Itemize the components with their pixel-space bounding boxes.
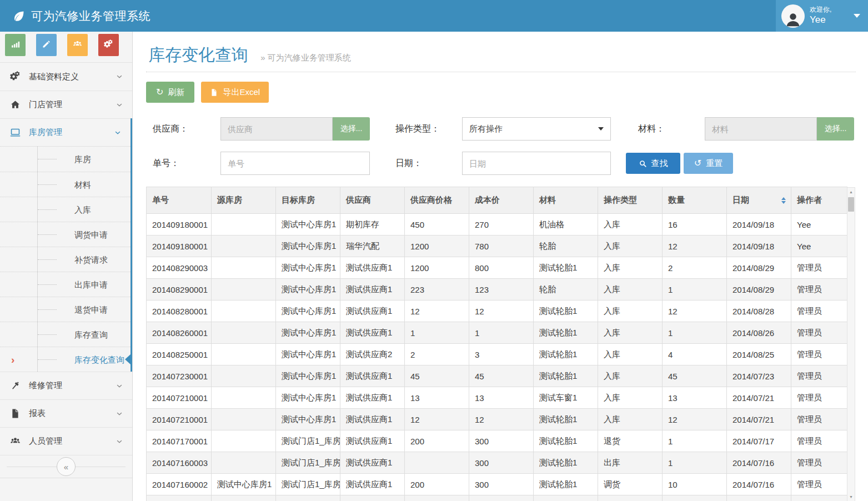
scrollbar-thumb[interactable]: [848, 197, 854, 212]
sidebar-subitem-label: 材料: [74, 180, 91, 189]
sidebar-item-4[interactable]: 维修管理: [0, 372, 132, 399]
table-row[interactable]: 201408280001测试中心库房1测试供应商11212测试轮胎1入库1220…: [147, 300, 847, 322]
sidebar-subitem[interactable]: ›库存变化查询: [0, 347, 131, 372]
sidebar-subitem[interactable]: 入库: [0, 197, 131, 222]
column-header-9[interactable]: 数量: [663, 187, 727, 214]
column-label: 操作类型: [604, 195, 637, 204]
column-header-8[interactable]: 操作类型: [598, 187, 663, 214]
table-row[interactable]: 201407230001测试中心库房1测试供应商14545测试轮胎1入库4520…: [147, 365, 847, 387]
table-cell: 1: [469, 322, 534, 344]
table-row[interactable]: 201407160003测试门店1_库房测试供应商1300测试轮胎1出库1201…: [147, 452, 847, 474]
sidebar-item-1[interactable]: 基础资料定义: [0, 63, 132, 91]
shortcut-users-button[interactable]: [67, 34, 88, 56]
column-header-11[interactable]: 操作者: [791, 187, 847, 214]
table-row[interactable]: 201407210001测试中心库房1测试供应商11313测试车窗1入库1320…: [147, 387, 847, 409]
export-excel-button[interactable]: 导出Excel: [201, 82, 269, 103]
column-header-4[interactable]: 供应商: [340, 187, 405, 214]
table-row[interactable]: 201407160002测试中心库房1测试门店1_库房测试供应商1200300测…: [147, 474, 847, 495]
table-cell: 3: [469, 344, 534, 365]
table-cell: 入库: [598, 344, 663, 365]
table-cell: 300: [469, 430, 534, 452]
table-cell: 入库: [598, 236, 663, 257]
column-header-5[interactable]: 供应商价格: [405, 187, 469, 214]
table-cell: 16: [663, 214, 727, 236]
column-header-10[interactable]: 日期: [727, 187, 791, 214]
sidebar-item-label: 门店管理: [29, 99, 116, 110]
table-scrollbar[interactable]: ▲ ▼: [847, 187, 855, 501]
table-cell: [663, 495, 727, 501]
refresh-button[interactable]: ↻ 刷新: [146, 82, 194, 103]
table-cell: [212, 387, 276, 409]
sidebar-item-2[interactable]: 门店管理: [0, 91, 132, 118]
scroll-up-icon[interactable]: ▲: [847, 188, 855, 196]
table-cell: 测试供应商1: [340, 365, 405, 387]
table-cell: 2014/07/16: [727, 452, 791, 474]
sidebar-subitem[interactable]: 调货申请: [0, 222, 131, 247]
column-header-7[interactable]: 材料: [534, 187, 598, 214]
column-label: 日期: [732, 195, 749, 204]
operation-select[interactable]: 所有操作: [462, 117, 611, 141]
table-cell: 201409180001: [147, 236, 212, 257]
order-input[interactable]: [220, 152, 370, 175]
sort-icon[interactable]: [781, 197, 786, 204]
table-row[interactable]: 201409180001测试中心库房1瑞华汽配1200780轮胎入库122014…: [147, 236, 847, 257]
shortcut-edit-button[interactable]: [36, 34, 57, 56]
refresh-icon: ↻: [156, 88, 163, 97]
gavel-icon: [10, 380, 22, 392]
table-cell: 200: [405, 474, 469, 495]
table-cell: 201407210001: [147, 387, 212, 409]
reset-button[interactable]: ↺ 重置: [684, 153, 733, 174]
table-cell: 201407170001: [147, 430, 212, 452]
table-row[interactable]: 201408290003测试中心库房1测试供应商11200800测试轮胎1入库2…: [147, 257, 847, 279]
shortcut-settings-button[interactable]: [98, 34, 119, 56]
column-header-3[interactable]: 目标库房: [276, 187, 340, 214]
bar-chart-icon: [11, 39, 20, 51]
sidebar-subitem[interactable]: 材料: [0, 172, 131, 197]
table-row[interactable]: 201407170001测试门店1_库房测试供应商1200300测试轮胎1退货1…: [147, 430, 847, 452]
sidebar-subitem[interactable]: 退货申请: [0, 297, 131, 322]
page-header: 库存变化查询 » 可为汽修业务管理系统: [146, 44, 856, 66]
table-cell: [212, 495, 276, 501]
table-cell: [212, 236, 276, 257]
table-cell: 轮胎: [534, 279, 598, 300]
table-cell: 2014/07/17: [727, 430, 791, 452]
sidebar-subitem[interactable]: 库存查询: [0, 322, 131, 347]
table-row[interactable]: 201408290001测试中心库房1测试供应商1223123轮胎入库12014…: [147, 279, 847, 300]
sidebar-group: 库房管理库房材料入库调货申请补货请求出库申请退货申请库存查询›库存变化查询: [0, 118, 132, 372]
supplier-select-button[interactable]: 选择...: [333, 117, 370, 141]
sidebar-item-3[interactable]: 库房管理: [0, 118, 131, 146]
table-cell: 201407160003: [147, 452, 212, 474]
table-cell: 测试中心库房1: [276, 387, 340, 409]
user-menu[interactable]: 欢迎你, Yee: [776, 0, 868, 32]
table-row[interactable]: 201409180001测试中心库房1期初库存450270机油格入库162014…: [147, 214, 847, 236]
table-cell: 管理员: [791, 452, 847, 474]
table-cell: 测试中心库房1: [212, 474, 276, 495]
sidebar-item-5[interactable]: 报表: [0, 399, 132, 427]
date-input[interactable]: [462, 152, 611, 175]
column-header-6[interactable]: 成本价: [469, 187, 534, 214]
column-header-2[interactable]: 源库房: [212, 187, 276, 214]
table-cell: 13: [663, 387, 727, 409]
sidebar-subitem[interactable]: 出库申请: [0, 272, 131, 297]
supplier-label: 供应商：: [153, 123, 220, 135]
sidebar-subitem[interactable]: 补货请求: [0, 247, 131, 272]
scroll-down-icon[interactable]: ▼: [847, 493, 855, 501]
sidebar-subitem[interactable]: 库房: [0, 147, 131, 172]
operation-label: 操作类型：: [395, 123, 462, 135]
table-cell: 测试供应商1: [340, 430, 405, 452]
shortcut-stats-button[interactable]: [5, 34, 26, 56]
filter-row-1: 供应商： 选择... 操作类型： 所有操作 材料： 选择...: [146, 117, 856, 141]
search-button[interactable]: 查找: [626, 153, 680, 174]
table-row[interactable]: 201408260001测试中心库房1测试供应商111测试轮胎1入库12014/…: [147, 322, 847, 344]
table-cell: 测试轮胎1: [534, 452, 598, 474]
operation-select-value: 所有操作: [469, 124, 503, 134]
column-header-1[interactable]: 单号: [147, 187, 212, 214]
table-cell: 4: [663, 344, 727, 365]
table-cell: 2014/08/28: [727, 300, 791, 322]
sidebar-item-6[interactable]: 人员管理: [0, 427, 132, 455]
table-row[interactable]: 201408250001测试中心库房1测试供应商223测试轮胎1入库42014/…: [147, 344, 847, 365]
sidebar-collapse-button[interactable]: «: [0, 455, 132, 478]
table-row[interactable]: 201407210001测试中心库房1测试供应商11212测试轮胎1入库1220…: [147, 409, 847, 430]
material-select-button[interactable]: 选择...: [817, 117, 854, 141]
app-logo[interactable]: 可为汽修业务管理系统: [0, 0, 868, 32]
